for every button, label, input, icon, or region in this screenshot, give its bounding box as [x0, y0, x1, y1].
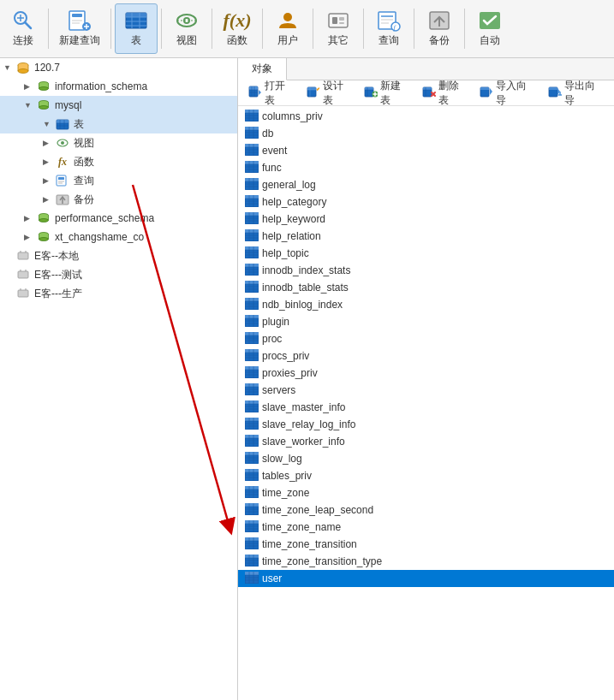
table-icon: [245, 281, 259, 295]
svg-rect-293: [245, 537, 259, 541]
table-list-item[interactable]: innodb_index_stats: [238, 262, 614, 279]
queries-arrow: ▶: [43, 176, 55, 185]
table-list-item[interactable]: tables_priv: [238, 467, 614, 484]
svg-rect-59: [57, 175, 66, 186]
table-list-item[interactable]: innodb_table_stats: [238, 279, 614, 296]
table-icon: [245, 298, 259, 312]
divider-1: [48, 9, 49, 49]
svg-rect-300: [245, 555, 259, 558]
toolbar-func[interactable]: f(x) 函数: [216, 3, 259, 54]
table-list-item[interactable]: slow_log: [238, 450, 614, 467]
new-table-icon: [364, 86, 378, 100]
queries-folder-icon: [55, 173, 70, 188]
table-name-label: innodb_table_stats: [262, 282, 349, 294]
table-name-label: time_zone_name: [262, 521, 341, 533]
tree-db-performance-schema[interactable]: ▶ performance_schema: [0, 209, 237, 228]
toolbar-other[interactable]: 其它: [317, 3, 360, 54]
table-name-label: general_log: [262, 179, 316, 191]
table-list-item[interactable]: ndb_binlog_index: [238, 296, 614, 313]
perf-schema-label: performance_schema: [55, 212, 154, 224]
table-list-item[interactable]: time_zone_transition: [238, 536, 614, 553]
table-name-label: help_relation: [262, 230, 321, 242]
table-list-item[interactable]: slave_relay_log_info: [238, 416, 614, 433]
tree-disconnected-1[interactable]: E客---测试: [0, 265, 237, 284]
table-name-label: help_keyword: [262, 213, 325, 225]
table-list-item[interactable]: func: [238, 159, 614, 176]
action-export-label: 导出向导: [564, 79, 604, 108]
toolbar-backup[interactable]: 备份: [418, 3, 461, 54]
table-list-item[interactable]: columns_priv: [238, 108, 614, 125]
svg-rect-153: [245, 195, 259, 199]
table-list-item[interactable]: event: [238, 142, 614, 159]
table-list-item[interactable]: time_zone_leap_second: [238, 501, 614, 519]
tree-db-information-schema[interactable]: ▶ information_schema: [0, 77, 237, 96]
table-name-label: slow_log: [262, 453, 302, 465]
divider-7: [363, 9, 364, 49]
table-list-item[interactable]: procs_priv: [238, 347, 614, 365]
toolbar-query[interactable]: f 查询: [367, 3, 410, 54]
perf-schema-arrow: ▶: [24, 214, 36, 222]
action-new-table[interactable]: 新建表: [359, 77, 415, 110]
svg-rect-216: [245, 349, 259, 353]
table-list-item[interactable]: servers: [238, 382, 614, 399]
tree-db-xt[interactable]: ▶ xt_changshame_co: [0, 228, 237, 246]
table-icon: [245, 486, 259, 501]
svg-rect-24: [332, 17, 337, 24]
table-name-label: plugin: [262, 316, 289, 328]
toolbar-table[interactable]: 表: [115, 3, 158, 54]
table-list-item[interactable]: plugin: [238, 313, 614, 330]
svg-rect-202: [245, 315, 259, 318]
svg-rect-209: [245, 332, 259, 335]
table-list-item[interactable]: help_keyword: [238, 211, 614, 228]
action-design-table[interactable]: 设计表: [301, 77, 358, 110]
xt-db-label: xt_changshame_co: [55, 231, 144, 243]
svg-rect-223: [245, 366, 259, 370]
table-name-label: proc: [262, 333, 282, 345]
tree-server[interactable]: ▼ 120.7: [0, 58, 237, 77]
tree-db-mysql[interactable]: ▼ mysql: [0, 96, 237, 115]
svg-rect-251: [245, 435, 259, 438]
svg-rect-139: [245, 161, 259, 164]
svg-rect-23: [329, 14, 348, 27]
tree-mysql-queries[interactable]: ▶ 查询: [0, 171, 237, 190]
action-export[interactable]: 导出向导: [543, 77, 609, 110]
tree-mysql-funcs[interactable]: ▶ fx 函数: [0, 152, 237, 171]
toolbar-user[interactable]: 用户: [266, 3, 309, 54]
divider-8: [414, 9, 414, 49]
action-open-table[interactable]: 打开表: [243, 77, 300, 110]
toolbar-connect[interactable]: 连接: [2, 3, 45, 54]
table-list-item[interactable]: help_relation: [238, 228, 614, 245]
action-import[interactable]: 导入向导: [474, 77, 540, 110]
action-design-table-label: 设计表: [323, 79, 353, 108]
table-name-label: slave_relay_log_info: [262, 418, 355, 430]
toolbar-new-query[interactable]: 新建查询: [52, 3, 107, 54]
table-list-item[interactable]: proc: [238, 330, 614, 347]
table-list-item[interactable]: help_category: [238, 193, 614, 211]
tree-mysql-tables[interactable]: ▼ 表: [0, 115, 237, 133]
action-open-table-label: 打开表: [265, 79, 295, 108]
table-list-item[interactable]: slave_worker_info: [238, 433, 614, 450]
tree-mysql-views[interactable]: ▶ 视图: [0, 133, 237, 152]
table-list-item[interactable]: time_zone_name: [238, 519, 614, 536]
table-list-item[interactable]: time_zone_transition_type: [238, 553, 614, 570]
tree-disconnected-2[interactable]: E客---生产: [0, 284, 237, 303]
table-list-item[interactable]: db: [238, 125, 614, 142]
tree-disconnected-0[interactable]: E客--本地: [0, 246, 237, 265]
toolbar-view[interactable]: 视图: [165, 3, 208, 54]
toolbar-auto[interactable]: 自动: [468, 3, 511, 54]
svg-rect-94: [307, 87, 316, 90]
info-schema-icon: [36, 79, 51, 94]
svg-rect-272: [245, 486, 259, 489]
svg-rect-181: [245, 264, 259, 267]
table-list-item[interactable]: help_topic: [238, 245, 614, 262]
divider-2: [110, 9, 111, 49]
svg-rect-279: [245, 503, 259, 507]
action-delete-table[interactable]: 删除表: [417, 77, 474, 110]
table-list-item[interactable]: user: [238, 570, 614, 587]
tree-mysql-backup[interactable]: ▶ 备份: [0, 190, 237, 209]
table-list-item[interactable]: general_log: [238, 176, 614, 193]
table-list-item[interactable]: slave_master_info: [238, 399, 614, 416]
table-list-item[interactable]: proxies_priv: [238, 365, 614, 382]
svg-rect-146: [245, 178, 259, 181]
table-list-item[interactable]: time_zone: [238, 484, 614, 501]
